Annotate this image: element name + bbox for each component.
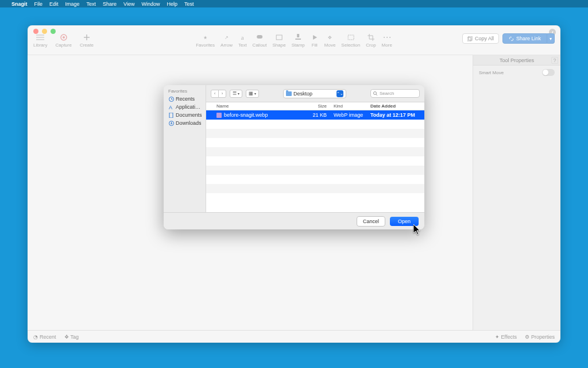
svg-rect-12 [348,35,354,40]
nav-back-button[interactable]: ‹ [211,90,219,98]
tag-button[interactable]: ❖Tag [64,334,79,340]
status-bar: ◔Recent ❖Tag ✦Effects ⚙Properties [28,330,560,343]
menu-image[interactable]: Image [65,1,80,7]
open-file-dialog: Favorites Recents AApplicati… Documents … [164,85,424,229]
create-label: Create [80,43,94,48]
file-icon [216,113,222,118]
dialog-sidebar: Favorites Recents AApplicati… Documents … [164,85,206,212]
menu-window[interactable]: Window [141,1,160,7]
clock-icon [168,96,174,102]
crop-tool[interactable]: Crop [366,33,376,48]
library-label: Library [33,43,47,48]
location-popup[interactable]: Desktop ⌃⌄ [283,89,346,98]
shape-tool[interactable]: Shape [273,33,286,48]
col-kind-header[interactable]: Kind [330,103,367,109]
menu-help[interactable]: Help [167,1,177,7]
sidebar-header: Favorites [164,87,206,95]
capture-button[interactable]: Capture [55,33,71,48]
library-icon [36,33,44,41]
menu-share[interactable]: Share [103,1,117,7]
smart-move-label: Smart Move [479,70,504,75]
svg-line-23 [376,94,377,95]
share-button[interactable]: Share Link [502,33,547,44]
search-input[interactable]: Search [370,89,420,98]
svg-text:A: A [169,105,172,110]
col-name-header[interactable]: Name [206,103,299,109]
stamp-tool[interactable]: Stamp [292,33,305,48]
column-headers: Name Size Kind Date Added [206,102,424,110]
svg-rect-8 [276,35,282,40]
search-icon [373,91,378,96]
effects-icon: ✦ [495,334,500,340]
fill-tool[interactable]: Fill [311,33,319,48]
svg-rect-10 [295,39,301,40]
move-tool[interactable]: ✥Move [324,33,336,48]
sidebar-applications[interactable]: AApplicati… [164,103,206,111]
effects-button[interactable]: ✦Effects [495,334,517,340]
create-button[interactable]: Create [80,33,94,48]
svg-point-14 [386,37,388,38]
svg-point-13 [384,37,385,38]
tag-icon: ❖ [64,334,69,340]
menu-edit[interactable]: Edit [49,1,59,7]
svg-point-15 [389,37,390,38]
svg-rect-7 [257,35,262,39]
svg-marker-11 [313,35,317,40]
properties-button[interactable]: ⚙Properties [525,334,555,340]
dialog-toolbar: ‹ › ☰▾ ▦▾ Desktop ⌃⌄ Search [206,85,424,102]
arrow-icon: ↗ [222,33,230,41]
downloads-icon [168,120,174,126]
sidebar-downloads[interactable]: Downloads [164,119,206,127]
open-button[interactable]: Open [390,217,419,226]
favorites-tool[interactable]: ★Favorites [196,33,215,48]
arrow-tool[interactable]: ↗Arrow [220,33,233,48]
recent-button[interactable]: ◔Recent [33,334,56,340]
copy-all-button[interactable]: Copy All [462,33,499,44]
move-icon: ✥ [326,33,334,41]
chevron-updown-icon: ⌃⌄ [336,90,343,97]
menu-test[interactable]: Test [184,1,194,7]
menu-file[interactable]: File [34,1,43,7]
cancel-button[interactable]: Cancel [357,216,385,227]
help-icon[interactable]: ? [551,57,558,64]
list-view-icon: ☰ [233,91,237,96]
more-tools[interactable]: More [382,33,392,48]
callout-tool[interactable]: Callout [253,33,267,48]
selection-icon [347,33,355,41]
stamp-icon [294,33,302,41]
gear-icon: ⚙ [525,334,529,340]
sidebar-recents[interactable]: Recents [164,95,206,103]
file-row[interactable]: before-snagit.webp 21 KB WebP image Toda… [206,110,424,120]
svg-rect-16 [467,37,471,41]
file-list: Name Size Kind Date Added before-snagit.… [206,102,424,212]
nav-forward-button[interactable]: › [218,90,226,98]
app-name[interactable]: Snagit [11,1,28,7]
toolbar: Library Capture Create ★Favorites ↗Arrow… [28,30,560,55]
macos-menubar: Snagit File Edit Image Text Share View W… [0,0,588,7]
fill-icon [311,33,319,41]
view-mode-button[interactable]: ☰▾ [230,90,242,98]
text-tool[interactable]: aText [238,33,247,48]
menu-text[interactable]: Text [87,1,96,7]
capture-icon [60,33,68,41]
share-dropdown[interactable]: ▾ [547,33,555,44]
create-icon [83,33,91,41]
sidebar-documents[interactable]: Documents [164,111,206,119]
documents-icon [168,112,174,118]
panel-title: Tool Properties [500,57,534,63]
link-icon [509,36,514,41]
menu-view[interactable]: View [123,1,134,7]
svg-point-22 [374,91,377,94]
grid-icon: ▦ [249,91,253,96]
crop-icon [367,33,375,41]
selection-tool[interactable]: Selection [341,33,360,48]
group-button[interactable]: ▦▾ [246,90,259,98]
library-button[interactable]: Library [33,33,47,48]
callout-icon [256,33,264,41]
shape-icon [275,33,283,41]
col-size-header[interactable]: Size [299,103,330,109]
text-icon: a [238,33,246,41]
svg-rect-9 [297,34,299,37]
smart-move-toggle[interactable] [542,69,555,76]
col-date-header[interactable]: Date Added [367,103,424,109]
